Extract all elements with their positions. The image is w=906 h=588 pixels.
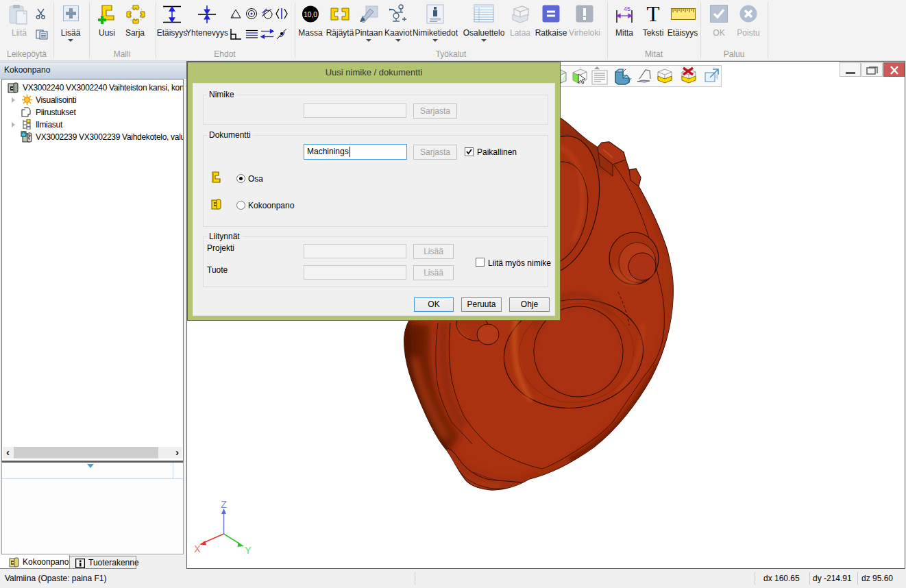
svg-text:X: X <box>194 543 201 554</box>
svg-text:10,0: 10,0 <box>304 11 317 19</box>
svg-text:45: 45 <box>624 5 630 12</box>
svg-text:Z: Z <box>221 499 227 510</box>
svg-text:Y: Y <box>245 545 252 556</box>
